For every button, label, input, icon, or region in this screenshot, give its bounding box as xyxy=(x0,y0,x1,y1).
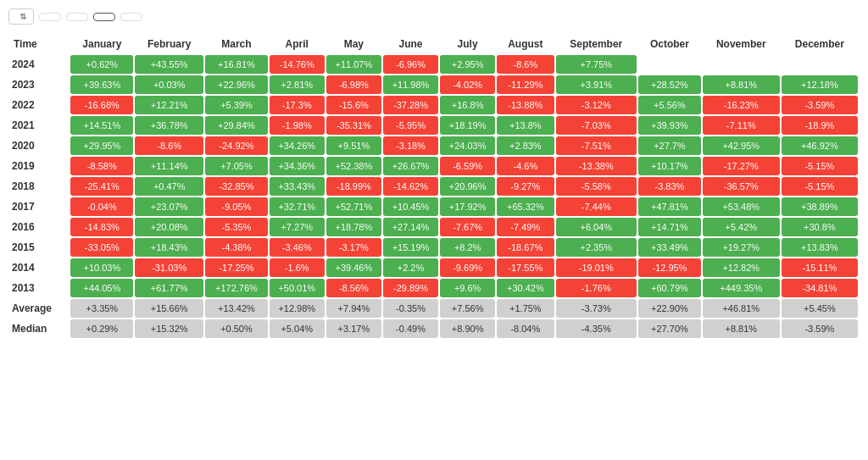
data-cell: +43.55% xyxy=(135,55,203,74)
average-cell: +5.45% xyxy=(782,299,858,318)
data-cell: +24.03% xyxy=(440,136,495,155)
header-dec: December xyxy=(782,35,858,53)
data-cell: -9.05% xyxy=(205,197,267,216)
data-cell: -3.17% xyxy=(326,238,381,257)
table-row: 2019-8.58%+11.14%+7.05%+34.36%+52.38%+26… xyxy=(10,157,858,175)
data-cell: +11.14% xyxy=(135,157,203,175)
data-cell: +65.32% xyxy=(497,197,554,216)
data-cell: +0.03% xyxy=(135,75,203,94)
year-cell: 2017 xyxy=(10,197,69,216)
data-cell: +15.19% xyxy=(383,238,438,257)
table-row: 2021+14.51%+36.78%+29.84%-1.98%-35.31%-5… xyxy=(10,116,858,135)
data-cell: -15.11% xyxy=(782,258,858,277)
data-cell: -25.41% xyxy=(70,177,133,196)
data-cell: -14.83% xyxy=(70,218,133,236)
data-cell: +5.39% xyxy=(205,96,267,114)
data-cell: -18.67% xyxy=(497,238,554,257)
asset-selector[interactable]: ⇅ xyxy=(8,8,34,25)
median-cell: -4.35% xyxy=(556,319,637,338)
data-cell: -6.59% xyxy=(440,157,495,175)
data-cell: -4.38% xyxy=(205,238,267,257)
data-cell: -18.9% xyxy=(782,116,858,135)
year-cell: 2022 xyxy=(10,96,69,114)
table-row: 2020+29.95%-8.6%-24.92%+34.26%+9.51%-3.1… xyxy=(10,136,858,155)
data-cell: -7.51% xyxy=(556,136,637,155)
data-cell: -4.02% xyxy=(440,75,495,94)
data-cell: +172.76% xyxy=(205,279,267,297)
data-cell: +7.27% xyxy=(270,218,325,236)
data-cell: +32.71% xyxy=(270,197,325,216)
data-cell: +0.47% xyxy=(135,177,203,196)
data-cell: +27.14% xyxy=(383,218,438,236)
data-cell: +11.07% xyxy=(326,55,381,74)
data-cell: -0.04% xyxy=(70,197,133,216)
average-cell: -3.73% xyxy=(556,299,637,318)
table-row: 2017-0.04%+23.07%-9.05%+32.71%+52.71%+10… xyxy=(10,197,858,216)
data-cell: +6.04% xyxy=(556,218,637,236)
data-cell: +20.96% xyxy=(440,177,495,196)
data-cell: +23.07% xyxy=(135,197,203,216)
data-cell: +39.93% xyxy=(638,116,701,135)
median-row: Median+0.29%+15.32%+0.50%+5.04%+3.17%-0.… xyxy=(10,319,858,338)
median-cell: +27.70% xyxy=(638,319,701,338)
data-cell: +46.92% xyxy=(782,136,858,155)
toolbar: ⇅ xyxy=(8,8,860,25)
data-cell: -33.05% xyxy=(70,238,133,257)
data-cell: -3.83% xyxy=(638,177,701,196)
data-cell: +60.79% xyxy=(638,279,701,297)
data-cell: +12.21% xyxy=(135,96,203,114)
data-cell: -14.76% xyxy=(270,55,325,74)
data-cell: +29.95% xyxy=(70,136,133,155)
header-may: May xyxy=(326,35,381,53)
data-cell: -19.01% xyxy=(556,258,637,277)
data-cell: -5.15% xyxy=(782,177,858,196)
data-cell: +7.05% xyxy=(205,157,267,175)
data-cell: -1.98% xyxy=(270,116,325,135)
average-cell: +3.35% xyxy=(70,299,133,318)
data-cell: -13.88% xyxy=(497,96,554,114)
table-row: 2015-33.05%+18.43%-4.38%-3.46%-3.17%+15.… xyxy=(10,238,858,257)
data-cell: +13.8% xyxy=(497,116,554,135)
data-cell: -18.99% xyxy=(326,177,381,196)
data-cell: +16.8% xyxy=(440,96,495,114)
header-oct: October xyxy=(638,35,701,53)
data-cell: +29.84% xyxy=(205,116,267,135)
data-cell: -15.6% xyxy=(326,96,381,114)
data-cell: +33.43% xyxy=(270,177,325,196)
data-cell: +449.35% xyxy=(703,279,780,297)
tab-monthly[interactable] xyxy=(93,13,115,21)
median-cell: -0.49% xyxy=(383,319,438,338)
average-cell: +22.90% xyxy=(638,299,701,318)
tab-daily[interactable] xyxy=(39,13,61,21)
median-cell: -3.59% xyxy=(782,319,858,338)
data-cell: +8.2% xyxy=(440,238,495,257)
data-cell: -24.92% xyxy=(205,136,267,155)
data-cell: -35.31% xyxy=(326,116,381,135)
tab-weekly[interactable] xyxy=(66,13,88,21)
average-cell: +7.56% xyxy=(440,299,495,318)
tab-quarterly[interactable] xyxy=(120,13,142,21)
returns-table: Time January February March April May Ju… xyxy=(8,33,860,340)
year-cell: 2018 xyxy=(10,177,69,196)
data-cell: -16.23% xyxy=(703,96,780,114)
data-cell: -7.44% xyxy=(556,197,637,216)
average-cell: +12.98% xyxy=(270,299,325,318)
data-cell: +2.2% xyxy=(383,258,438,277)
data-cell: +30.42% xyxy=(497,279,554,297)
data-cell: +5.56% xyxy=(638,96,701,114)
average-cell: -0.35% xyxy=(383,299,438,318)
data-cell: +26.67% xyxy=(383,157,438,175)
data-cell: -1.6% xyxy=(270,258,325,277)
year-cell: 2020 xyxy=(10,136,69,155)
data-cell: +53.48% xyxy=(703,197,780,216)
data-cell: -34.81% xyxy=(782,279,858,297)
data-cell: -7.49% xyxy=(497,218,554,236)
data-cell: +14.71% xyxy=(638,218,701,236)
data-cell: -5.15% xyxy=(782,157,858,175)
year-cell: 2021 xyxy=(10,116,69,135)
data-cell: +2.35% xyxy=(556,238,637,257)
header-apr: April xyxy=(270,35,325,53)
data-cell: +18.19% xyxy=(440,116,495,135)
table-row: 2014+10.03%-31.03%-17.25%-1.6%+39.46%+2.… xyxy=(10,258,858,277)
data-cell: +20.08% xyxy=(135,218,203,236)
